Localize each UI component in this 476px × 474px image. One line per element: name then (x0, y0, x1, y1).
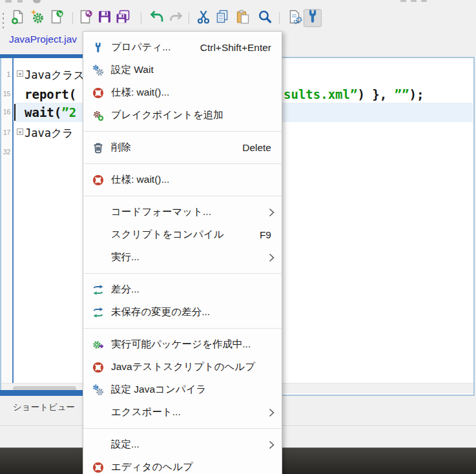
doc-gears-icon (287, 8, 304, 28)
tab-javaproject[interactable]: JavaProject.jav (9, 34, 77, 45)
active-tab-indicator (0, 54, 84, 58)
doc-purple-arrow-icon (78, 8, 94, 28)
menu-item-label: 設定 Wait (111, 63, 154, 77)
menu-item-editor-help[interactable]: エディタのヘルプ (83, 456, 282, 474)
menu-item-spec-wait-2[interactable]: 仕様: wait()... (83, 169, 282, 191)
menu-item-diff-unsaved[interactable]: 未保存の変更の差分... (83, 301, 282, 324)
menu-item-label: 仕様: wait()... (111, 173, 169, 187)
gears-icon (92, 64, 105, 77)
save-button[interactable] (96, 9, 114, 27)
menu-item-compile-script[interactable]: スクリプトをコンパイルF9 (83, 223, 282, 246)
menu-item-export[interactable]: エクスポート... (83, 401, 282, 424)
open-next-doc-button[interactable] (48, 9, 66, 27)
lifebuoy-icon (92, 361, 105, 374)
paste-icon (234, 8, 251, 28)
menu-item-code-format[interactable]: コードフォーマット... (83, 201, 282, 223)
lifebuoy-icon (92, 174, 105, 187)
menu-item-label: 仕様: wait()... (111, 86, 169, 99)
new-file-button[interactable] (9, 9, 27, 27)
menu-item-label: 実行... (111, 251, 140, 264)
line-number: 1 (1, 65, 10, 85)
menu-item-shortcut: Delete (242, 142, 271, 154)
script-options-button[interactable] (286, 9, 304, 27)
menu-item-run[interactable]: 実行... (83, 246, 282, 269)
menu-item-properties[interactable]: プロパティ...Ctrl+Shift+Enter (83, 36, 282, 59)
menu-item-diff[interactable]: 差分... (83, 278, 282, 301)
redo-button[interactable] (167, 9, 185, 27)
code-text: sults.xml”) }, ””); (284, 85, 424, 104)
code-token-comment: Javaクラス (25, 68, 85, 81)
menu-item-shortcut: Ctrl+Shift+Enter (200, 42, 271, 54)
short-view-tab[interactable]: ショートビュー (13, 402, 75, 413)
submenu-arrow-icon (269, 440, 274, 449)
gear-sparkle-icon (29, 8, 46, 28)
toolbar-separator (141, 12, 141, 24)
cut-button[interactable] (194, 9, 212, 27)
menu-item-label: 設定... (111, 438, 140, 451)
menu-item-label: ブレイクポイントを追加 (111, 108, 223, 122)
menu-item-java-test-script-help[interactable]: Javaテストスクリプトのヘルプ (83, 356, 282, 378)
menu-item-delete[interactable]: 削除Delete (83, 136, 282, 159)
blank-icon (92, 406, 105, 419)
app-window: { "toolbar": { "buttons": [ {"name": "ne… (0, 0, 476, 474)
menu-item-label: 削除 (111, 141, 131, 154)
copy-button[interactable] (213, 9, 231, 27)
menu-item-label: コードフォーマット... (111, 205, 211, 219)
fold-expand-icon[interactable] (17, 129, 23, 135)
menu-item-set-wait[interactable]: 設定 Wait (83, 59, 282, 81)
menu-item-spec-wait[interactable]: 仕様: wait()... (83, 81, 282, 104)
code-token-code: ); (409, 87, 424, 101)
menu-item-shortcut: F9 (260, 229, 271, 241)
code-token-string: ”2 (61, 105, 76, 119)
lifebuoy-icon (92, 461, 105, 474)
search-button[interactable] (256, 9, 274, 27)
properties-button[interactable] (304, 9, 322, 27)
menu-item-label: プロパティ... (111, 41, 171, 54)
record-new-button[interactable] (28, 9, 47, 27)
blank-icon (92, 229, 105, 242)
package-icon (92, 338, 105, 351)
toolbar-grip-handle[interactable] (2, 12, 5, 28)
blank-icon (92, 251, 105, 264)
menu-separator (83, 131, 282, 132)
menu-item-settings[interactable]: 設定... (83, 433, 282, 456)
save-icon (96, 8, 113, 28)
paste-button[interactable] (234, 9, 252, 27)
gears-icon (92, 384, 105, 397)
cutoff-icon-remnant (5, 0, 12, 3)
context-menu: プロパティ...Ctrl+Shift+Enter設定 Wait仕様: wait(… (83, 31, 282, 474)
lifebuoy-icon (92, 87, 105, 99)
submenu-arrow-icon (269, 408, 274, 417)
main-toolbar (0, 4, 476, 30)
code-token-code: report( (25, 87, 76, 101)
line-number: 16 (1, 103, 10, 122)
menu-item-label: 設定 Javaコンパイラ (111, 383, 206, 397)
menu-item-label: Javaテストスクリプトのヘルプ (111, 360, 255, 374)
fold-expand-icon[interactable] (17, 70, 23, 77)
wrench-icon (304, 8, 321, 28)
menu-item-label: エディタのヘルプ (111, 460, 193, 474)
menu-separator (83, 428, 282, 429)
menu-item-label: 未保存の変更の差分... (111, 305, 210, 319)
code-text: Javaクラス (25, 65, 85, 85)
menu-item-label: 実行可能パッケージを作成中... (111, 338, 251, 351)
text-caret (14, 104, 16, 121)
menu-separator (83, 196, 282, 196)
submenu-arrow-icon (269, 208, 274, 217)
magnifier-icon (256, 8, 273, 28)
redo-icon (167, 8, 184, 28)
menu-item-add-breakpoint[interactable]: ブレイクポイントを追加 (83, 104, 282, 127)
save-all-button[interactable] (114, 9, 132, 27)
code-token-string: ”” (395, 87, 409, 101)
doc-green-arrow-icon (48, 8, 65, 28)
save-all-icon (114, 8, 131, 28)
menu-item-label: スクリプトをコンパイル (111, 228, 224, 242)
open-prev-doc-button[interactable] (77, 9, 95, 27)
menu-separator (83, 273, 282, 274)
undo-icon (149, 8, 165, 28)
cutoff-icon-remnant (411, 0, 417, 2)
menu-item-set-java-compiler[interactable]: 設定 Javaコンパイラ (83, 378, 282, 401)
undo-button[interactable] (148, 9, 166, 27)
menu-item-create-executable-package[interactable]: 実行可能パッケージを作成中... (83, 333, 282, 356)
trash-icon (92, 141, 105, 154)
